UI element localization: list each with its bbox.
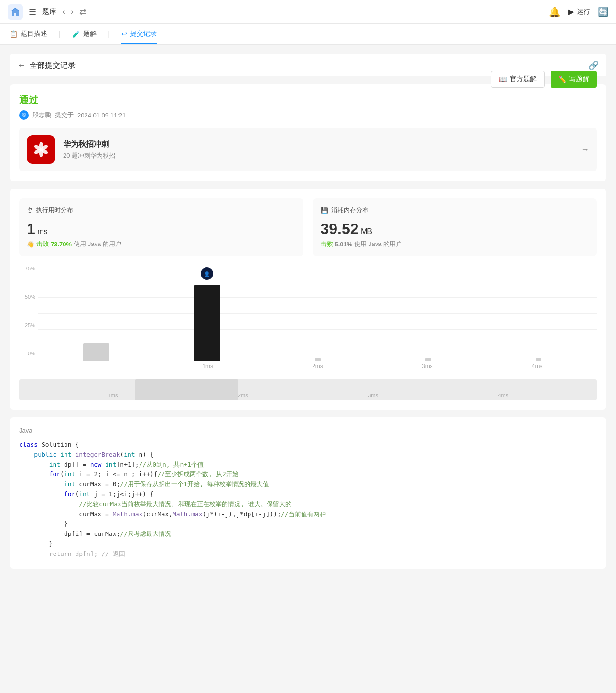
submit-button[interactable]: 🔄 <box>598 7 608 17</box>
beat-percent-memory: 5.01% <box>335 241 353 248</box>
memory-value: 39.52 MB <box>321 220 590 238</box>
sub-nav: 📋 题目描述 | 🧪 题解 | ↩ 提交记录 <box>0 24 616 45</box>
code-card: Java class Solution { public int integer… <box>10 417 606 569</box>
y-label-25: 25% <box>25 322 35 328</box>
memory-icon: 💾 <box>321 207 328 214</box>
bar-1ms <box>194 285 220 361</box>
huawei-banner[interactable]: 华为秋招冲刺 20 题冲刺华为秋招 → <box>19 128 597 171</box>
menu-icon[interactable]: ☰ <box>29 7 36 17</box>
tab-submissions[interactable]: ↩ 提交记录 <box>121 24 157 44</box>
code-line-4: for(int i = 2; i <= n ; i++){//至少拆成两个数, … <box>19 469 597 480</box>
submission-actions: 📖 官方题解 ✏️ 写题解 <box>491 71 597 88</box>
memory-performance-section: 💾 消耗内存分布 39.52 MB 击败 5.01% 使用 Java 的用户 <box>313 198 597 256</box>
hand-icon: 👋 <box>27 241 34 248</box>
description-label: 题目描述 <box>21 30 47 38</box>
problem-bank-label[interactable]: 题库 <box>42 7 56 16</box>
username: 殷志鹏 <box>32 111 51 119</box>
official-solution-label: 官方题解 <box>510 75 537 84</box>
code-line-7: //比较curMax当前枚举最大情况, 和现在正在枚举的情况, 谁大。保留大的 <box>19 500 597 510</box>
notification-icon[interactable]: 🔔 <box>549 6 561 18</box>
bar-4ms <box>536 358 541 361</box>
play-icon: ▶ <box>568 7 574 16</box>
x-axis: 1ms 2ms 3ms 4ms <box>38 361 597 375</box>
time-unit: ms <box>37 227 47 235</box>
code-line-1: class Solution { <box>19 440 597 450</box>
x-label-empty <box>43 363 153 375</box>
y-axis: 75% 50% 25% 0% <box>19 266 37 356</box>
submission-status: 通过 <box>19 94 597 107</box>
official-solution-button[interactable]: 📖 官方题解 <box>491 71 545 88</box>
run-label: 运行 <box>577 8 590 16</box>
time-label: ⏱ 执行用时分布 <box>27 206 296 214</box>
time-performance-section: ⏱ 执行用时分布 1 ms 👋 击败 73.70% 使用 Java 的用户 <box>19 198 303 256</box>
submissions-icon: ↩ <box>121 30 127 38</box>
code-line-3: int dp[] = new int[n+1];//从0到n, 共n+1个值 <box>19 460 597 470</box>
memory-unit: MB <box>361 227 372 235</box>
code-line-12: return dp[n]; // 返回 <box>19 549 597 559</box>
write-solution-button[interactable]: ✏️ 写题解 <box>551 71 597 88</box>
y-label-50: 50% <box>25 294 35 299</box>
run-button[interactable]: ▶ 运行 <box>568 7 590 16</box>
performance-grid: ⏱ 执行用时分布 1 ms 👋 击败 73.70% 使用 Java 的用户 💾 <box>19 198 597 256</box>
x-label-3ms: 3ms <box>372 363 482 375</box>
submission-meta: 殷 殷志鹏 提交于 2024.01.09 11:21 <box>19 110 597 120</box>
grid-line-25 <box>38 297 597 298</box>
beat-percent-time: 73.70% <box>51 241 72 248</box>
code-line-2: public int integerBreak(int n) { <box>19 450 597 460</box>
logo[interactable] <box>8 4 23 20</box>
scroll-label-2ms: 2ms <box>238 393 248 398</box>
code-line-5: int curMax = 0;//用于保存从拆出一个1开始, 每种枚举情况的最大… <box>19 480 597 490</box>
prev-arrow[interactable]: ‹ <box>62 7 65 17</box>
edit-icon: ✏️ <box>558 75 566 83</box>
x-label-2ms: 2ms <box>263 363 373 375</box>
clock-icon: ⏱ <box>27 207 33 214</box>
chart-container: 75% 50% 25% 0% <box>19 266 597 375</box>
banner-arrow: → <box>581 145 589 155</box>
solution-icon: 🧪 <box>72 30 80 38</box>
write-solution-label: 写题解 <box>569 75 589 84</box>
bar-group-1ms: 👤 <box>153 266 260 361</box>
solution-label: 题解 <box>83 30 97 38</box>
x-label-1ms: 1ms <box>153 363 263 375</box>
chart-scroll-area[interactable]: 1ms 2ms 3ms 4ms <box>19 379 597 400</box>
grid-line-top <box>38 266 597 266</box>
link-icon[interactable]: 🔗 <box>588 60 599 71</box>
scroll-labels: 1ms 2ms 3ms 4ms <box>19 393 597 398</box>
scroll-label-4ms: 4ms <box>498 393 508 398</box>
code-line-6: for(int j = 1;j<i;j++) { <box>19 490 597 500</box>
bar-3ms <box>425 358 431 361</box>
time-beat: 👋 击败 73.70% 使用 Java 的用户 <box>27 240 296 248</box>
y-label-75: 75% <box>25 266 35 271</box>
beat-prefix-time: 击败 <box>36 240 49 248</box>
back-arrow[interactable]: ← <box>17 61 26 71</box>
description-icon: 📋 <box>10 30 18 38</box>
huawei-subtitle: 20 题冲刺华为秋招 <box>63 151 115 160</box>
x-label-4ms: 4ms <box>482 363 592 375</box>
tab-description[interactable]: 📋 题目描述 <box>10 24 47 44</box>
random-icon[interactable]: ⇄ <box>79 7 86 17</box>
code-line-11: } <box>19 539 597 549</box>
time-number: 1 <box>27 220 35 237</box>
huawei-logo-svg <box>32 141 50 158</box>
code-line-9: } <box>19 519 597 529</box>
grid-line-75 <box>38 329 597 330</box>
chart-bars-area: 👤 <box>38 266 597 361</box>
memory-label: 💾 消耗内存分布 <box>321 206 590 214</box>
code-line-10: dp[i] = curMax;//只考虑最大情况 <box>19 529 597 539</box>
huawei-title: 华为秋招冲刺 <box>63 139 115 149</box>
tab-solution[interactable]: 🧪 题解 <box>72 24 97 44</box>
beat-suffix-memory: 使用 Java 的用户 <box>354 240 402 248</box>
scroll-label-3ms: 3ms <box>368 393 378 398</box>
main-content: ← 全部提交记录 🔗 📖 官方题解 ✏️ 写题解 通过 殷 殷志鹏 提交于 20… <box>0 45 616 693</box>
time-value: 1 ms <box>27 220 296 238</box>
code-language: Java <box>19 427 597 434</box>
y-label-0: 0% <box>28 351 35 356</box>
memory-beat: 击败 5.01% 使用 Java 的用户 <box>321 240 590 248</box>
huawei-info: 华为秋招冲刺 20 题冲刺华为秋招 <box>63 139 115 160</box>
bar-2ms <box>315 358 321 361</box>
next-arrow[interactable]: › <box>71 7 74 17</box>
bar-0 <box>83 343 109 361</box>
huawei-logo <box>27 135 55 164</box>
nav-divider-2: | <box>108 30 110 39</box>
submission-card: 📖 官方题解 ✏️ 写题解 通过 殷 殷志鹏 提交于 2024.01.09 11… <box>10 84 606 181</box>
